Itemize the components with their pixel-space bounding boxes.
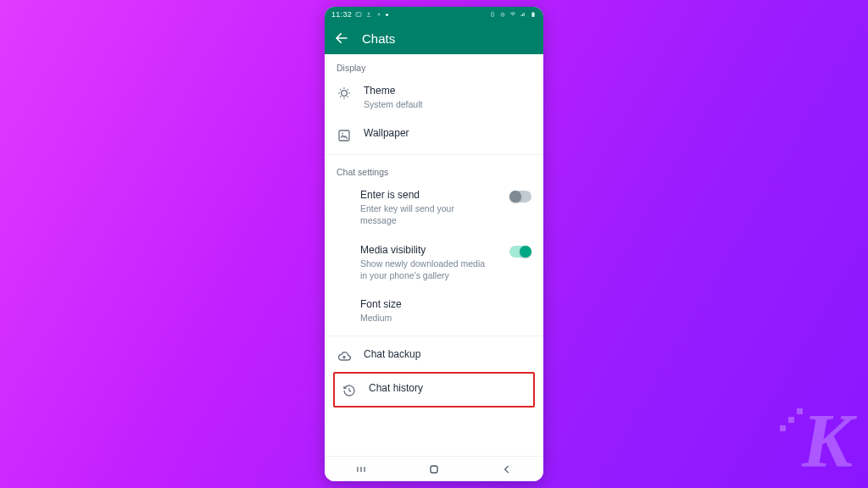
download-icon: [365, 11, 372, 18]
theme-icon: [337, 86, 351, 100]
row-subtitle: Enter key will send your message: [360, 202, 492, 226]
more-indicator-icon: [386, 14, 388, 16]
svg-point-1: [358, 14, 359, 14]
battery-icon: [530, 11, 537, 18]
settings-content[interactable]: Display Theme System default: [325, 54, 543, 456]
row-wallpaper[interactable]: Wallpaper: [325, 119, 543, 151]
nav-back-button[interactable]: [492, 461, 522, 478]
cloud-upload-icon: [337, 350, 351, 363]
row-enter-is-send[interactable]: Enter is send Enter key will send your m…: [325, 180, 543, 235]
row-title: Chat backup: [364, 348, 531, 360]
svg-point-2: [378, 14, 380, 15]
android-nav-bar: [325, 456, 543, 481]
row-title: Media visibility: [360, 244, 492, 256]
history-icon: [342, 384, 356, 397]
row-title: Font size: [360, 298, 531, 310]
svg-rect-8: [339, 130, 349, 141]
row-title: Enter is send: [360, 189, 492, 201]
app-bar: Chats: [325, 22, 543, 54]
settings-small-icon: [376, 11, 382, 18]
recents-icon: [353, 463, 369, 475]
row-subtitle: Show newly downloaded media in your phon…: [360, 258, 492, 281]
row-theme[interactable]: Theme System default: [325, 76, 543, 119]
status-bar: 11:32: [325, 7, 543, 22]
status-time: 11:32: [331, 10, 352, 19]
divider: [325, 154, 543, 155]
back-button[interactable]: [333, 30, 350, 47]
row-chat-backup[interactable]: Chat backup: [325, 340, 543, 372]
wifi-icon: [509, 11, 516, 18]
highlight-chat-history: Chat history: [333, 372, 535, 408]
home-icon: [427, 463, 441, 476]
section-label-chat-settings: Chat settings: [325, 158, 543, 180]
nav-home-button[interactable]: [419, 461, 449, 478]
row-title: Theme: [364, 85, 531, 97]
alarm-icon: [499, 11, 506, 18]
image-icon: [355, 11, 362, 18]
row-media-visibility[interactable]: Media visibility Show newly downloaded m…: [325, 236, 543, 290]
svg-point-9: [342, 133, 343, 135]
svg-rect-3: [492, 13, 494, 17]
row-subtitle: System default: [364, 98, 531, 110]
svg-rect-10: [431, 466, 437, 473]
row-title: Chat history: [369, 382, 528, 394]
toggle-media-visibility[interactable]: [509, 246, 531, 258]
svg-rect-0: [356, 13, 361, 17]
background-gradient: 11:32 Chats Display: [0, 0, 868, 488]
row-subtitle: Medium: [360, 312, 531, 324]
signal-icon: [520, 11, 526, 18]
divider: [325, 336, 543, 336]
nav-recents-button[interactable]: [346, 461, 376, 478]
wallpaper-icon: [337, 129, 351, 142]
chevron-left-icon: [501, 463, 513, 475]
svg-rect-6: [532, 12, 533, 13]
phone-frame: 11:32 Chats Display: [325, 7, 543, 481]
watermark-pixels-icon: [780, 408, 803, 431]
row-font-size[interactable]: Font size Medium: [325, 290, 543, 332]
row-title: Wallpaper: [364, 127, 531, 139]
toggle-enter-is-send[interactable]: [509, 191, 531, 202]
row-chat-history[interactable]: Chat history: [335, 374, 533, 406]
page-title: Chats: [362, 31, 395, 46]
vibrate-icon: [489, 11, 496, 18]
svg-rect-5: [531, 13, 534, 17]
arrow-left-icon: [334, 30, 349, 46]
watermark-logo: K: [802, 403, 853, 480]
section-label-display: Display: [325, 54, 543, 76]
